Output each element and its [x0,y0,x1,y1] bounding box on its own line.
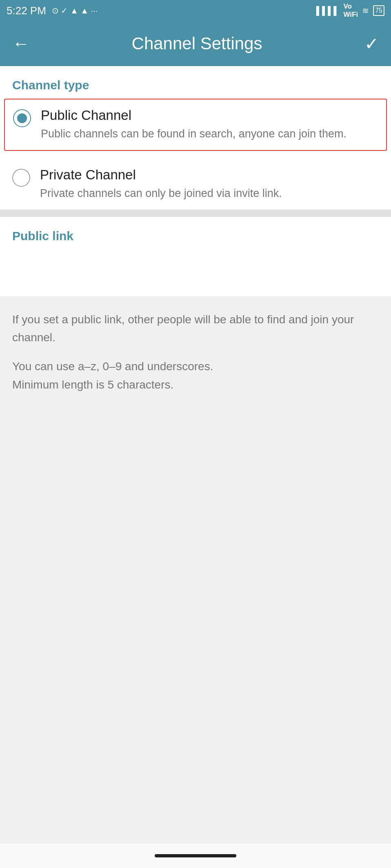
status-right-icons: ▌▌▌▌ VoWiFi ≋ 75 [316,2,384,19]
bottom-navigation [0,844,391,868]
confirm-button[interactable]: ✓ [364,34,379,54]
section-separator [0,210,391,217]
public-link-input-area[interactable] [12,251,379,288]
public-channel-option[interactable]: Public Channel Public channels can be fo… [4,99,387,151]
public-channel-text-group: Public Channel Public channels can be fo… [41,108,347,142]
notification-icons: ⊙ ✓ ▲ ▲ ··· [52,6,98,15]
private-channel-title: Private Channel [40,167,282,183]
status-bar: 5:22 PM ⊙ ✓ ▲ ▲ ··· ▌▌▌▌ VoWiFi ≋ 75 [0,0,391,21]
signal-icon: ▌▌▌▌ [316,6,340,15]
status-time: 5:22 PM ⊙ ✓ ▲ ▲ ··· [7,4,98,17]
info-text-line2: You can use a–z, 0–9 and underscores.Min… [12,358,379,394]
main-content: Channel type Public Channel Public chann… [0,66,391,210]
home-indicator [155,854,236,857]
private-channel-description: Private channels can only be joined via … [40,186,282,201]
public-channel-description: Public channels can be found in search, … [41,126,347,142]
time-display: 5:22 PM [7,4,46,17]
app-bar: ← Channel Settings ✓ [0,21,391,66]
public-link-section: Public link [0,217,391,296]
info-area: If you set a public link, other people w… [0,296,391,459]
battery-level: 75 [375,7,382,14]
private-channel-option[interactable]: Private Channel Private channels can onl… [0,159,391,210]
channel-type-label: Channel type [0,66,391,99]
page-title: Channel Settings [29,34,364,53]
private-channel-radio[interactable] [12,169,30,187]
public-channel-radio[interactable] [13,109,31,127]
private-channel-text-group: Private Channel Private channels can onl… [40,167,282,201]
spacer-1 [0,151,391,159]
bottom-space [0,459,391,785]
info-text-line1: If you set a public link, other people w… [12,311,379,347]
public-link-section-label: Public link [12,229,379,243]
battery-icon: 75 [373,5,384,16]
public-channel-title: Public Channel [41,108,347,123]
vowifi-icon: VoWiFi [343,2,358,19]
wifi-icon: ≋ [362,6,369,15]
back-button[interactable]: ← [12,34,29,53]
